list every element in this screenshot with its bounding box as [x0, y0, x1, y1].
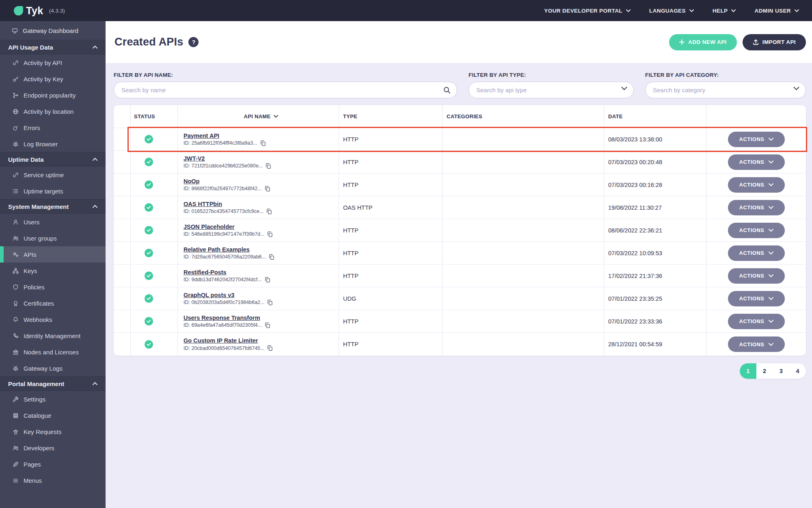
chevron-up-icon [93, 46, 97, 49]
sidebar-section-uptime-data[interactable]: Uptime Data [0, 152, 106, 167]
sidebar-item-activity-by-key[interactable]: Activity by Key [0, 71, 106, 87]
table-row-graphql-posts-v3: GraphQL posts v3 ID: 0b2038203a5d4f0c719… [114, 287, 806, 310]
actions-button[interactable]: ACTIONS [728, 336, 785, 352]
tyk-leaf-icon [14, 6, 23, 15]
table-row-users-response-transform: Users Response Transform ID: 69a4e6fa47a… [114, 310, 806, 333]
api-type: HTTP [343, 136, 358, 143]
chevron-down-icon[interactable] [793, 87, 799, 90]
menu-label: ADMIN USER [754, 8, 791, 14]
sidebar-item-users[interactable]: Users [0, 214, 106, 230]
actions-button[interactable]: ACTIONS [728, 154, 785, 170]
sidebar-item-label: Menus [24, 477, 42, 484]
copy-icon[interactable] [266, 208, 272, 215]
api-date: 08/03/2023 13:38:00 [608, 136, 662, 143]
copy-icon[interactable] [260, 140, 266, 146]
filter-by-type: FILTER BY API TYPE: [469, 72, 634, 98]
api-name-link[interactable]: JWT-V2 [184, 155, 205, 162]
search-by-category-select[interactable] [645, 82, 806, 98]
sidebar-item-errors[interactable]: Errors [0, 119, 106, 136]
page-button-2[interactable]: 2 [756, 363, 773, 379]
sidebar-item-activity-by-location[interactable]: Activity by location [0, 103, 106, 119]
add-new-api-button[interactable]: ADD NEW API [669, 34, 737, 50]
sidebar-item-identity-management[interactable]: Identity Management [0, 328, 106, 344]
api-name-link[interactable]: Users Response Transform [184, 315, 260, 321]
sort-chevron-icon[interactable] [274, 115, 278, 118]
sidebar-item-webhooks[interactable]: Webhooks [0, 311, 106, 328]
tyk-logo[interactable]: Tyk [14, 5, 43, 17]
sidebar-item-uptime-targets[interactable]: Uptime targets [0, 183, 106, 199]
copy-icon[interactable] [267, 345, 273, 351]
sidebar-item-menus[interactable]: Menus [0, 472, 106, 488]
actions-button[interactable]: ACTIONS [728, 291, 785, 306]
sidebar-item-nodes-and-licenses[interactable]: Nodes and Licenses [0, 344, 106, 360]
search-icon[interactable] [443, 87, 451, 94]
sidebar-item-log-browser[interactable]: Log Browser [0, 136, 106, 152]
sidebar-item-policies[interactable]: Policies [0, 279, 106, 295]
actions-button[interactable]: ACTIONS [728, 132, 785, 147]
api-name-link[interactable]: NoOp [184, 178, 199, 185]
sidebar-item-service-uptime[interactable]: Service uptime [0, 167, 106, 183]
api-type: HTTP [343, 318, 358, 325]
add-new-api-label: ADD NEW API [688, 39, 727, 45]
actions-button[interactable]: ACTIONS [728, 245, 785, 261]
api-name-link[interactable]: Payment API [184, 132, 219, 139]
sidebar-item-label: Certificates [24, 300, 54, 307]
api-name-link[interactable]: Relative Path Examples [184, 246, 250, 253]
sidebar-item-pages[interactable]: Pages [0, 456, 106, 472]
sidebar-item-endpoint-popularity[interactable]: Endpoint popularity [0, 87, 106, 103]
actions-button[interactable]: ACTIONS [728, 200, 785, 215]
actions-button[interactable]: ACTIONS [728, 268, 785, 284]
sidebar-item-developers[interactable]: Developers [0, 440, 106, 456]
menu-admin-user[interactable]: ADMIN USER [754, 8, 799, 14]
help-icon[interactable]: ? [188, 37, 199, 47]
api-name-link[interactable]: Restified-Posts [184, 269, 227, 276]
chevron-down-icon [769, 320, 773, 323]
search-by-api-type-select[interactable] [469, 82, 634, 98]
sidebar-item-user-groups[interactable]: User groups [0, 230, 106, 246]
sidebar-item-label: User groups [24, 235, 57, 242]
page-button-1[interactable]: 1 [740, 363, 756, 379]
api-id: ID: 69a4e6fa47a645df70d2305f4... [184, 322, 262, 328]
sidebar-item-keys[interactable]: Keys [0, 263, 106, 279]
sidebar-item-key-requests[interactable]: Key Requests [0, 423, 106, 440]
sidebar-item-apis[interactable]: APIs [0, 246, 106, 263]
actions-button[interactable]: ACTIONS [728, 223, 785, 238]
copy-icon[interactable] [265, 322, 270, 328]
import-api-button[interactable]: IMPORT API [743, 34, 806, 50]
copy-icon[interactable] [266, 163, 271, 169]
sidebar-item-settings[interactable]: Settings [0, 391, 106, 407]
copy-icon[interactable] [265, 277, 270, 283]
sidebar-item-activity-by-api[interactable]: Activity by API [0, 54, 106, 71]
shield-icon [12, 284, 19, 290]
copy-icon[interactable] [265, 186, 270, 192]
api-name-link[interactable]: GraphQL posts v3 [184, 292, 234, 298]
column-header-status: STATUS [134, 113, 155, 119]
sidebar-item-catalogue[interactable]: Catalogue [0, 407, 106, 423]
sidebar-section-api-usage-data[interactable]: API Usage Data [0, 40, 106, 54]
sidebar-item-gateway-dashboard[interactable]: Gateway Dashboard [0, 21, 106, 40]
api-id: ID: 9ddb13d7462042f27042f4dcf... [184, 277, 262, 282]
api-name-link[interactable]: Go Custom IP Rate Limiter [184, 337, 258, 344]
column-header-api-name[interactable]: API NAME [244, 113, 271, 119]
page-button-4[interactable]: 4 [789, 363, 806, 379]
sidebar-section-portal-management[interactable]: Portal Management [0, 376, 106, 391]
sidebar-item-certificates[interactable]: Certificates [0, 295, 106, 311]
api-name-link[interactable]: JSON Placeholder [184, 224, 235, 230]
sidebar-item-label: Key Requests [24, 428, 61, 435]
copy-icon[interactable] [267, 300, 273, 306]
actions-button[interactable]: ACTIONS [728, 177, 785, 193]
api-name-link[interactable]: OAS HTTPbin [184, 201, 222, 207]
search-by-name-input[interactable] [114, 82, 457, 98]
api-date: 07/03/2022 10:09:53 [608, 250, 662, 256]
sidebar-section-system-management[interactable]: System Management [0, 199, 106, 214]
page-button-3[interactable]: 3 [773, 363, 790, 379]
api-date: 19/08/2022 11:30:27 [608, 204, 662, 211]
menu-languages[interactable]: LANGUAGES [649, 8, 694, 14]
menu-developer-portal[interactable]: YOUR DEVELOPER PORTAL [544, 8, 631, 14]
chevron-down-icon[interactable] [621, 87, 627, 90]
copy-icon[interactable] [269, 254, 274, 260]
menu-help[interactable]: HELP [713, 8, 736, 14]
copy-icon[interactable] [267, 231, 273, 237]
sidebar-item-gateway-logs[interactable]: Gateway Logs [0, 360, 106, 376]
actions-button[interactable]: ACTIONS [728, 314, 785, 329]
